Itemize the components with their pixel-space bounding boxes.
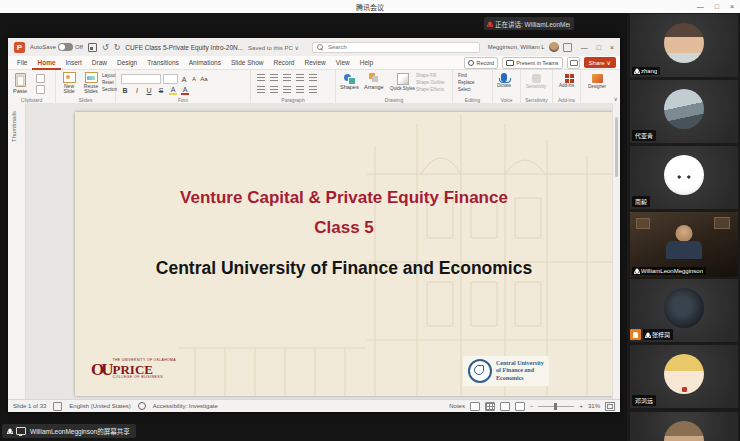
present-in-teams-button[interactable]: Present in Teams	[502, 57, 562, 69]
slide-canvas[interactable]: Venture Capital & Private Equity Finance…	[75, 112, 613, 396]
save-icon[interactable]	[88, 43, 97, 52]
participant-tile[interactable]: zhang	[630, 14, 738, 77]
shrink-font-icon[interactable]: A	[190, 76, 198, 82]
italic-button[interactable]: I	[133, 87, 141, 94]
font-color-button[interactable]: A	[181, 86, 189, 95]
bullets-icon[interactable]	[257, 74, 265, 82]
tab-home[interactable]: Home	[32, 56, 60, 70]
participant-tile[interactable]: 邓鸿远	[630, 345, 738, 408]
shape-fill-button[interactable]: Shape Fill	[416, 73, 445, 78]
indent-increase-icon[interactable]	[296, 74, 304, 82]
clear-formatting-icon[interactable]: Aa	[200, 76, 208, 82]
grow-font-icon[interactable]: A	[180, 76, 188, 83]
tab-review[interactable]: Review	[299, 56, 330, 70]
search-box[interactable]	[312, 42, 480, 53]
layout-button[interactable]: Layout	[102, 73, 117, 78]
language-label[interactable]: English (United States)	[69, 403, 130, 409]
zoom-out-icon[interactable]: −	[530, 403, 534, 409]
share-button[interactable]: Share ∨	[584, 57, 616, 68]
font-name-combobox[interactable]	[121, 74, 161, 84]
strikethrough-button[interactable]: S	[157, 87, 165, 94]
fit-slide-icon[interactable]	[605, 402, 615, 411]
addins-button[interactable]: Add-ins	[559, 74, 574, 88]
find-button[interactable]: Find	[458, 73, 475, 78]
participant-tile-speaking[interactable]: WilliamLeonMegginson	[630, 212, 738, 277]
notes-button[interactable]: Notes	[449, 403, 465, 409]
vertical-scrollbar[interactable]	[612, 103, 620, 399]
reset-button[interactable]: Reset	[102, 80, 117, 85]
pen-icon[interactable]	[563, 43, 572, 52]
section-button[interactable]: Section	[102, 87, 117, 92]
highlight-color-button[interactable]: A	[169, 86, 177, 95]
undo-icon[interactable]: ↺	[102, 43, 109, 52]
normal-view-icon[interactable]	[470, 402, 480, 411]
quick-styles-button[interactable]: Quick Styles	[390, 73, 415, 91]
font-size-combobox[interactable]	[163, 74, 178, 84]
search-input[interactable]	[326, 43, 475, 51]
new-slide-button[interactable]: New Slide	[58, 72, 80, 94]
arrange-button[interactable]: Arrange	[364, 73, 384, 90]
account-name[interactable]: Megginson, William L	[488, 44, 545, 50]
paste-button[interactable]: Paste	[13, 73, 27, 94]
reading-view-icon[interactable]	[500, 402, 510, 411]
spellcheck-icon[interactable]	[53, 402, 62, 411]
tab-draw[interactable]: Draw	[87, 56, 112, 70]
line-spacing-icon[interactable]	[309, 74, 317, 82]
autosave-toggle[interactable]: AutoSave Off	[30, 43, 83, 51]
redo-icon[interactable]: ↻	[114, 43, 121, 52]
replace-button[interactable]: Replace	[458, 80, 475, 85]
tab-transitions[interactable]: Transitions	[142, 56, 184, 70]
select-button[interactable]: Select	[458, 87, 475, 92]
dictate-button[interactable]: Dictate	[497, 73, 511, 88]
tab-file[interactable]: File	[12, 56, 32, 70]
justify-icon[interactable]	[296, 86, 304, 94]
align-center-icon[interactable]	[270, 86, 278, 94]
underline-button[interactable]: U	[145, 87, 153, 94]
maximize-icon[interactable]: □	[715, 0, 719, 13]
tab-animations[interactable]: Animations	[184, 56, 226, 70]
ppt-close-icon[interactable]: ×	[610, 44, 614, 51]
indent-decrease-icon[interactable]	[283, 74, 291, 82]
participant-tile[interactable]: 南毅	[630, 146, 738, 209]
tab-record[interactable]: Record	[268, 56, 299, 70]
close-icon[interactable]: ×	[730, 0, 734, 13]
tab-view[interactable]: View	[331, 56, 355, 70]
zoom-slider[interactable]	[538, 406, 574, 407]
columns-icon[interactable]	[309, 86, 317, 94]
autosave-switch-icon[interactable]	[58, 43, 73, 51]
shapes-button[interactable]: Shapes	[340, 73, 359, 90]
collapse-ribbon-icon[interactable]: ∨	[614, 95, 618, 102]
saved-status[interactable]: Saved to this PC ∨	[248, 44, 299, 51]
ppt-minimize-icon[interactable]: —	[581, 44, 588, 51]
shape-outline-button[interactable]: Shape Outline	[416, 80, 445, 85]
accessibility-label[interactable]: Accessibility: Investigate	[153, 403, 218, 409]
participant-tile[interactable]: 代亚青	[630, 80, 738, 143]
designer-button[interactable]: Designer	[588, 74, 606, 89]
participant-tile[interactable]: 张梓润	[630, 279, 738, 342]
slide-sorter-view-icon[interactable]	[485, 402, 495, 411]
comments-button[interactable]	[567, 57, 580, 69]
reuse-slides-button[interactable]: Reuse Slides	[80, 72, 102, 94]
record-button[interactable]: Record	[464, 57, 498, 69]
account-avatar[interactable]	[549, 42, 559, 52]
minimize-icon[interactable]: —	[697, 0, 704, 13]
thumbnails-pane[interactable]: Thumbnails	[8, 103, 26, 399]
cut-icon[interactable]	[36, 74, 45, 83]
zoom-level[interactable]: 31%	[588, 403, 600, 409]
tab-design[interactable]: Design	[112, 56, 142, 70]
shape-effects-button[interactable]: Shape Effects	[416, 87, 445, 92]
numbering-icon[interactable]	[270, 74, 278, 82]
tab-slide-show[interactable]: Slide Show	[226, 56, 269, 70]
zoom-knob[interactable]	[554, 403, 557, 410]
sensitivity-button[interactable]: Sensitivity	[526, 74, 546, 89]
participant-tile[interactable]	[630, 412, 738, 441]
slideshow-view-icon[interactable]	[515, 402, 525, 411]
copy-icon[interactable]	[36, 85, 45, 94]
align-left-icon[interactable]	[257, 86, 265, 94]
zoom-in-icon[interactable]: +	[579, 403, 583, 409]
align-right-icon[interactable]	[283, 86, 291, 94]
tab-help[interactable]: Help	[355, 56, 378, 70]
tab-insert[interactable]: Insert	[61, 56, 87, 70]
ppt-maximize-icon[interactable]: □	[597, 44, 601, 51]
bold-button[interactable]: B	[121, 87, 129, 94]
